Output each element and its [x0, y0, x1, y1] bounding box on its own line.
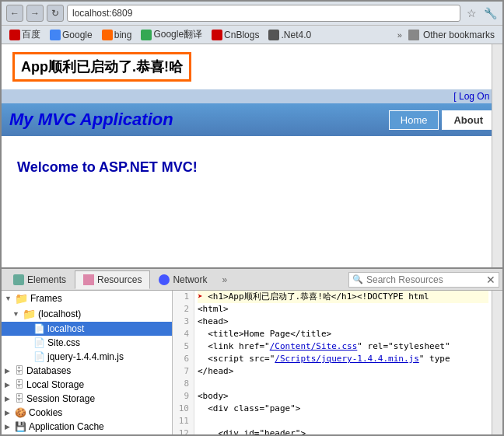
- code-line-1: ➤ <h1>App顺利已启动了.恭喜!哈</h1><!DOCTYPE html: [198, 291, 488, 303]
- about-nav-button[interactable]: About: [442, 110, 495, 130]
- bookmark-more-button[interactable]: »: [397, 30, 402, 40]
- bookmark-net40[interactable]: .Net4.0: [265, 29, 314, 41]
- page-scrollbar[interactable]: [492, 44, 502, 267]
- tree-item-sitecss[interactable]: 📄 Site.css: [2, 336, 172, 350]
- star-button[interactable]: ☆: [464, 5, 479, 21]
- tree-item-local-storage[interactable]: ▶ 🗄 Local Storage: [2, 378, 172, 392]
- databases-arrow-icon: ▶: [5, 367, 12, 375]
- cookies-icon: 🍪: [15, 407, 26, 418]
- bookmark-baidu[interactable]: 百度: [6, 27, 44, 42]
- local-storage-arrow-icon: ▶: [5, 381, 12, 389]
- code-line-12: <div id="header">: [198, 427, 488, 436]
- databases-icon: 🗄: [15, 365, 24, 376]
- sitecss-label: Site.css: [47, 337, 169, 348]
- address-bar[interactable]: localhost:6809: [67, 5, 460, 22]
- folder-icon: [408, 30, 419, 40]
- jquery-label: jquery-1.4.4.min.js: [47, 351, 169, 362]
- tree-item-databases[interactable]: ▶ 🗄 Databases: [2, 364, 172, 378]
- tree-item-jquery[interactable]: 📄 jquery-1.4.4.min.js: [2, 350, 172, 364]
- arrow-indicator: ➤: [198, 291, 203, 302]
- wrench-button[interactable]: 🔧: [482, 5, 498, 21]
- code-line-8: [198, 378, 488, 390]
- tree-item-localhost-group[interactable]: ▼ 📁 (localhost): [2, 306, 172, 322]
- network-tab-label: Network: [173, 274, 207, 285]
- jquery-file-icon: 📄: [33, 351, 45, 362]
- baidu-label: 百度: [22, 28, 40, 41]
- devtools-tree: ▼ 📁 Frames ▼ 📁 (localhost) 📄 localhost 📄: [2, 291, 173, 436]
- bookmark-bing[interactable]: bing: [99, 29, 135, 41]
- baidu-icon: [9, 30, 20, 40]
- databases-label: Databases: [26, 365, 169, 376]
- tree-item-frames[interactable]: ▼ 📁 Frames: [2, 291, 172, 306]
- app-cache-icon: 💾: [15, 421, 26, 432]
- app-cache-arrow-icon: ▶: [5, 423, 12, 431]
- code-line-3: <head>: [198, 316, 488, 328]
- tree-item-app-cache[interactable]: ▶ 💾 Application Cache: [2, 420, 172, 434]
- bookmarks-bar: 百度 Google bing Google翻译 CnBlogs .Net4.0 …: [2, 25, 502, 44]
- gtrans-icon: [141, 30, 152, 40]
- tab-elements[interactable]: Elements: [5, 270, 75, 289]
- app-cache-label: Application Cache: [29, 421, 169, 432]
- code-line-7: </head>: [198, 365, 488, 378]
- bing-label: bing: [114, 30, 132, 40]
- net40-icon: [268, 30, 279, 40]
- code-lines: ➤ <h1>App顺利已启动了.恭喜!哈</h1><!DOCTYPE html …: [194, 291, 492, 436]
- session-storage-label: Session Storage: [26, 393, 169, 404]
- bookmark-gtrans[interactable]: Google翻译: [138, 27, 205, 42]
- search-resources-input[interactable]: [366, 274, 483, 285]
- back-button[interactable]: ←: [6, 5, 23, 22]
- other-bookmarks-button[interactable]: Other bookmarks: [405, 29, 498, 41]
- session-storage-icon: 🗄: [15, 393, 24, 404]
- bookmark-google[interactable]: Google: [47, 29, 96, 41]
- website-content: App顺利已启动了.恭喜!哈 [ Log On ] My MVC Applica…: [2, 44, 502, 267]
- local-storage-icon: 🗄: [15, 379, 24, 390]
- devtools-body: ▼ 📁 Frames ▼ 📁 (localhost) 📄 localhost 📄: [2, 291, 502, 436]
- code-line-4: <title>Home Page</title>: [198, 328, 488, 340]
- localhost-label: localhost: [47, 323, 169, 334]
- code-line-2: <html>: [198, 303, 488, 316]
- net40-label: .Net4.0: [281, 30, 311, 40]
- search-icon: 🔍: [352, 274, 363, 284]
- site-title: My MVC Application Home About: [2, 103, 502, 136]
- code-line-10: <div class="page">: [198, 403, 488, 415]
- code-line-9: <body>: [198, 390, 488, 403]
- tree-item-cookies[interactable]: ▶ 🍪 Cookies: [2, 406, 172, 420]
- code-text-1: <h1>App顺利已启动了.恭喜!哈</h1><!DOCTYPE html: [208, 291, 429, 302]
- devtools-panel: Elements Resources Network » 🔍 ✕ ▼ 📁 Fra…: [2, 267, 502, 436]
- code-line-5: <link href="/Content/Site.css" rel="styl…: [198, 340, 488, 353]
- browser-toolbar: ← → ↻ localhost:6809 ☆ 🔧: [2, 2, 502, 25]
- search-resources-container: 🔍 ✕: [348, 272, 499, 288]
- code-line-6: <script src="/Scripts/jquery-1.4.4.min.j…: [198, 353, 488, 365]
- log-on-bar: [ Log On ]: [2, 89, 502, 103]
- refresh-button[interactable]: ↻: [47, 5, 64, 22]
- line-numbers: 1 2 3 4 5 6 7 8 9 10 11 12 13: [173, 291, 194, 436]
- tab-network[interactable]: Network: [150, 270, 215, 289]
- search-close-button[interactable]: ✕: [486, 274, 495, 286]
- sitecss-file-icon: 📄: [33, 337, 45, 348]
- nav-buttons: Home About: [389, 110, 495, 130]
- site-body: Welcome to ASP.NET MVC!: [2, 136, 502, 191]
- code-scrollbar[interactable]: [492, 291, 502, 436]
- code-line-11: [198, 415, 488, 427]
- session-storage-arrow-icon: ▶: [5, 395, 12, 403]
- bookmark-cnblogs[interactable]: CnBlogs: [208, 29, 262, 41]
- tree-item-localhost[interactable]: 📄 localhost: [2, 322, 172, 336]
- forward-button[interactable]: →: [26, 5, 44, 22]
- elements-tab-label: Elements: [27, 274, 66, 285]
- frames-label: Frames: [30, 293, 169, 304]
- tab-resources[interactable]: Resources: [75, 270, 150, 289]
- localhost-file-icon: 📄: [33, 323, 45, 334]
- bing-icon: [102, 30, 113, 40]
- log-on-link[interactable]: [ Log On ]: [453, 91, 495, 102]
- tree-item-session-storage[interactable]: ▶ 🗄 Session Storage: [2, 392, 172, 406]
- devtools-code: 1 2 3 4 5 6 7 8 9 10 11 12 13 ➤: [173, 291, 502, 436]
- alert-banner: App顺利已启动了.恭喜!哈: [12, 52, 191, 82]
- localhost-folder-icon: 📁: [23, 308, 36, 320]
- home-nav-button[interactable]: Home: [389, 110, 439, 130]
- code-view: 1 2 3 4 5 6 7 8 9 10 11 12 13 ➤: [173, 291, 502, 436]
- cookies-label: Cookies: [29, 407, 169, 418]
- site-title-text: My MVC Application: [9, 110, 173, 130]
- tabs-more-button[interactable]: »: [215, 271, 233, 288]
- cookies-arrow-icon: ▶: [5, 409, 12, 417]
- browser-chrome: ← → ↻ localhost:6809 ☆ 🔧 百度 Google bing …: [2, 2, 502, 44]
